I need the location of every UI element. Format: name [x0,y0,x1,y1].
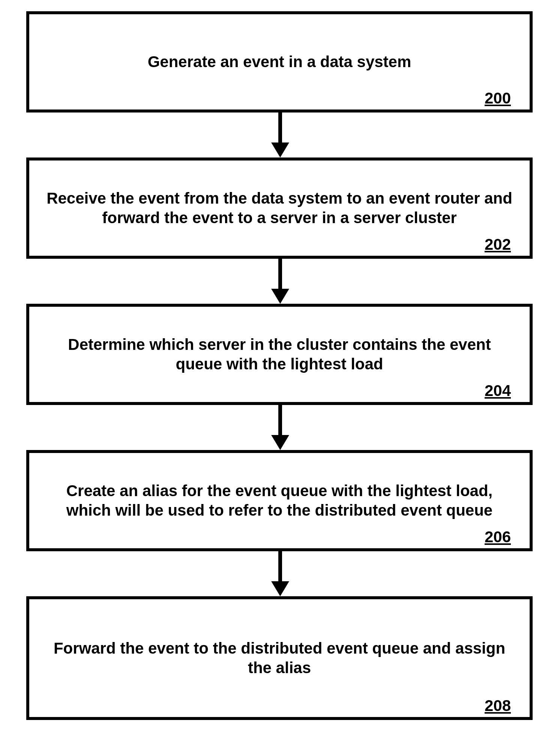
arrow-down-icon [269,551,291,596]
step-label: Receive the event from the data system t… [44,189,515,228]
svg-marker-3 [271,289,289,304]
arrow-down-icon [269,259,291,304]
step-label: Create an alias for the event queue with… [44,481,515,520]
step-ref: 200 [485,89,511,107]
svg-marker-7 [271,581,289,596]
flowchart-step: Generate an event in a data system 200 [26,11,533,112]
step-ref: 202 [485,236,511,254]
svg-marker-5 [271,435,289,450]
step-label: Generate an event in a data system [148,52,411,72]
flowchart-canvas: Generate an event in a data system 200 R… [0,0,560,756]
step-ref: 204 [485,382,511,400]
flowchart-step: Create an alias for the event queue with… [26,450,533,551]
step-ref: 206 [485,528,511,546]
arrow-down-icon [269,405,291,450]
svg-marker-1 [271,142,289,158]
flowchart-step: Receive the event from the data system t… [26,158,533,259]
step-label: Forward the event to the distributed eve… [44,639,515,678]
arrow-down-icon [269,112,291,158]
step-ref: 208 [485,697,511,715]
step-label: Determine which server in the cluster co… [44,335,515,374]
flowchart-step: Forward the event to the distributed eve… [26,596,533,720]
flowchart-step: Determine which server in the cluster co… [26,304,533,405]
